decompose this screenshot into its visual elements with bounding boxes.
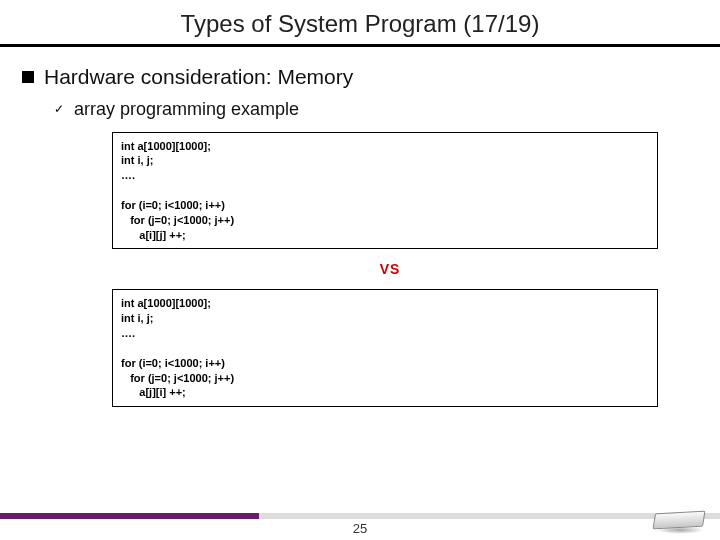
code-block-2: int a[1000][1000]; int i, j; …. for (i=0… [112, 289, 658, 407]
logo-tag-icon [652, 511, 705, 530]
sysprog-logo [650, 504, 710, 534]
heading-2-text: array programming example [74, 99, 299, 120]
bullet-level1: Hardware consideration: Memory [22, 65, 698, 89]
code-block-1: int a[1000][1000]; int i, j; …. for (i=0… [112, 132, 658, 250]
heading-1-text: Hardware consideration: Memory [44, 65, 353, 89]
footer-bar-accent [0, 513, 259, 519]
square-bullet-icon [22, 71, 34, 83]
content-area: Hardware consideration: Memory ✓ array p… [0, 47, 720, 408]
bullet-level2: ✓ array programming example [54, 99, 698, 120]
vs-label: VS [82, 261, 698, 277]
footer: 25 [0, 513, 720, 540]
slide-title: Types of System Program (17/19) [0, 0, 720, 44]
check-icon: ✓ [54, 102, 64, 116]
page-number: 25 [0, 519, 720, 540]
footer-color-bar [0, 513, 720, 519]
